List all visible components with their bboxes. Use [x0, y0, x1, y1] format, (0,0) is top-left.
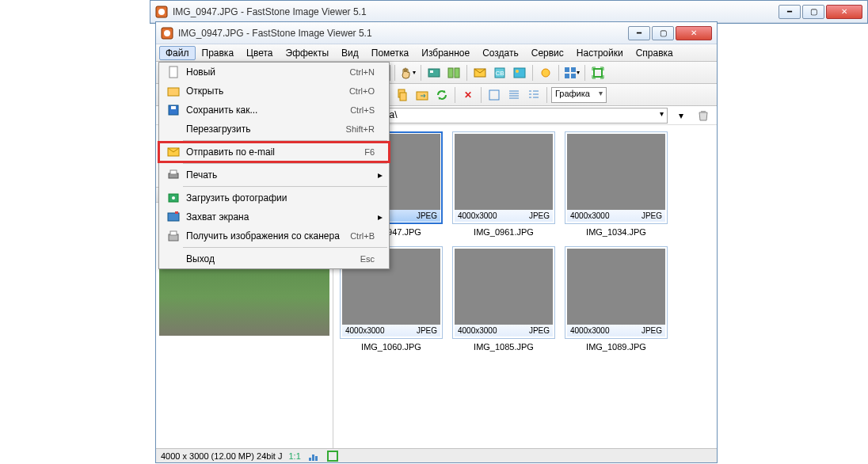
- svg-rect-7: [455, 68, 459, 78]
- close-button-back[interactable]: ✕: [826, 5, 862, 19]
- menu-item-сохранить-как-[interactable]: Сохранить как...Ctrl+S: [159, 101, 389, 120]
- menu-item-захват-экрана[interactable]: Захват экрана▸: [159, 207, 389, 226]
- menu-create[interactable]: Создать: [476, 46, 525, 60]
- svg-rect-24: [489, 90, 499, 100]
- menu-help[interactable]: Справка: [630, 46, 680, 60]
- thumb-format: JPEG: [529, 326, 550, 335]
- menu-item-печать[interactable]: Печать▸: [159, 165, 389, 184]
- menu-item-shortcut: Esc: [360, 254, 375, 264]
- file-menu-dropdown: НовыйCtrl+NОткрытьCtrl+OСохранить как...…: [158, 62, 390, 269]
- menu-item-label: Перезагрузить: [181, 124, 346, 135]
- hand-tool-button[interactable]: ▾: [399, 64, 417, 82]
- window-title-back: IMG_0947.JPG - FastStone Image Viewer 5.…: [173, 6, 779, 17]
- refresh-button[interactable]: [433, 86, 451, 104]
- thumbnail[interactable]: 4000x3000JPEGIMG_1089.JPG: [565, 246, 668, 352]
- thumb-filename: IMG_1085.JPG: [452, 339, 555, 352]
- menu-settings[interactable]: Настройки: [570, 46, 630, 60]
- close-button[interactable]: ✕: [676, 26, 712, 40]
- menu-item-выход[interactable]: ВыходEsc: [159, 249, 389, 268]
- rotate-button[interactable]: [537, 64, 554, 82]
- svg-rect-6: [448, 68, 453, 78]
- fullscreen-button[interactable]: [589, 64, 607, 82]
- thumb-format: JPEG: [529, 211, 550, 220]
- titlebar-back: IMG_0947.JPG - FastStone Image Viewer 5.…: [150, 1, 867, 23]
- menu-effects[interactable]: Эффекты: [280, 46, 336, 60]
- svg-rect-16: [565, 74, 569, 78]
- trash-button[interactable]: [695, 107, 712, 124]
- histogram-icon[interactable]: [307, 450, 320, 462]
- thumb-format: JPEG: [417, 326, 437, 335]
- menu-item-новый[interactable]: НовыйCtrl+N: [159, 63, 389, 82]
- separator: [532, 65, 533, 81]
- svg-rect-17: [571, 74, 576, 78]
- separator: [455, 87, 455, 103]
- menu-item-label: Новый: [181, 67, 350, 78]
- minimize-button[interactable]: ━: [628, 26, 650, 40]
- svg-point-13: [542, 69, 550, 77]
- move-button[interactable]: [413, 86, 431, 104]
- menu-item-label: Печать: [181, 169, 375, 181]
- email-button[interactable]: [471, 64, 489, 82]
- menu-tools[interactable]: Сервис: [525, 46, 570, 60]
- thumb-format: JPEG: [417, 211, 437, 220]
- menu-item-получить-изображения-со-сканера[interactable]: Получить изображения со сканераCtrl+B: [159, 226, 389, 245]
- svg-point-1: [158, 9, 165, 15]
- slideshow-button[interactable]: [425, 64, 443, 82]
- status-ratio: 1:1: [288, 451, 300, 461]
- thumbnail[interactable]: 4000x3000JPEGIMG_1085.JPG: [452, 246, 555, 352]
- menu-colors[interactable]: Цвета: [240, 46, 279, 60]
- menu-item-shortcut: Ctrl+S: [350, 105, 375, 115]
- view-type-combo[interactable]: Графика: [551, 87, 607, 103]
- thumbnail-grid: 4000x3000JPEGIMG_0947.JPG4000x3000JPEGIM…: [333, 125, 717, 448]
- menu-file[interactable]: Файл: [159, 46, 196, 60]
- svg-rect-18: [594, 69, 602, 77]
- view-mode-button[interactable]: ▾: [563, 64, 581, 82]
- svg-rect-22: [400, 93, 406, 101]
- svg-rect-30: [309, 458, 311, 461]
- thumbnail[interactable]: 4000x3000JPEGIMG_1034.JPG: [565, 131, 668, 237]
- menu-item-открыть[interactable]: ОткрытьCtrl+O: [159, 82, 389, 101]
- maximize-button-back[interactable]: ▢: [802, 5, 824, 19]
- thumb-dims: 4000x3000: [345, 326, 385, 335]
- separator: [481, 87, 482, 103]
- separator: [558, 65, 559, 81]
- compare-button[interactable]: [445, 64, 463, 82]
- menu-edit[interactable]: Правка: [196, 46, 241, 60]
- minimize-button-back[interactable]: ━: [779, 5, 801, 19]
- thumb-filename: IMG_1034.JPG: [565, 224, 668, 237]
- copy-button[interactable]: [394, 86, 411, 104]
- menu-favorites[interactable]: Избранное: [415, 46, 476, 60]
- titlebar[interactable]: IMG_0947.JPG - FastStone Image Viewer 5.…: [156, 22, 717, 44]
- delete-button[interactable]: ✕: [459, 86, 477, 104]
- separator: [394, 65, 395, 81]
- menu-item-label: Сохранить как...: [181, 105, 350, 116]
- view-large-button[interactable]: [485, 86, 503, 104]
- menu-view[interactable]: Вид: [335, 46, 365, 60]
- contact-sheet-button[interactable]: CB: [491, 64, 508, 82]
- svg-text:CB: CB: [495, 70, 504, 77]
- menu-mark[interactable]: Пометка: [365, 46, 416, 60]
- separator: [584, 65, 585, 81]
- menu-item-shortcut: Ctrl+B: [350, 231, 375, 241]
- thumb-dims: 4000x3000: [570, 326, 610, 335]
- svg-rect-46: [170, 231, 177, 235]
- menu-item-отправить-по-e-mail[interactable]: Отправить по e-mailF6: [159, 143, 389, 162]
- menu-item-перезагрузить[interactable]: ПерезагрузитьShift+R: [159, 120, 389, 139]
- menu-item-загрузить-фотографии[interactable]: Загрузить фотографии: [159, 188, 389, 207]
- path-go-button[interactable]: ▾: [672, 107, 690, 124]
- app-icon: [155, 6, 168, 18]
- menu-item-shortcut: F6: [364, 147, 375, 157]
- capture-icon: [166, 211, 181, 223]
- fit-icon[interactable]: [326, 450, 339, 462]
- svg-rect-31: [312, 454, 314, 461]
- view-list-button[interactable]: [525, 86, 542, 104]
- maximize-button[interactable]: ▢: [652, 26, 674, 40]
- thumb-image: [455, 249, 553, 325]
- save-icon: [166, 104, 181, 116]
- view-details-button[interactable]: [505, 86, 523, 104]
- status-info: 4000 x 3000 (12.00 MP) 24bit J: [161, 451, 282, 461]
- svg-rect-44: [175, 211, 178, 214]
- menubar: Файл Правка Цвета Эффекты Вид Пометка Из…: [156, 44, 717, 62]
- wallpaper-button[interactable]: [511, 64, 528, 82]
- thumbnail[interactable]: 4000x3000JPEGIMG_0961.JPG: [452, 131, 555, 237]
